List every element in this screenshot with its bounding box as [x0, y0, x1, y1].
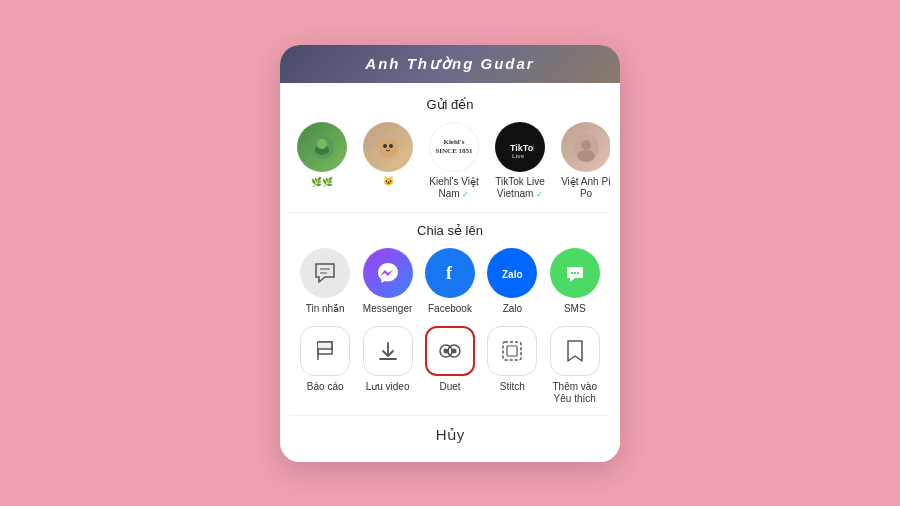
share-label-sms: SMS — [564, 303, 586, 314]
svg-rect-29 — [503, 342, 521, 360]
avatar — [363, 122, 413, 172]
share-item-message[interactable]: Tin nhắn — [299, 248, 351, 314]
share-row: Tin nhắn Messenger f Facebook Zalo — [290, 248, 610, 322]
svg-point-22 — [571, 271, 573, 273]
avatar: TikTokLive — [495, 122, 545, 172]
contact-name: 🌿🌿 — [311, 176, 333, 189]
contact-tiktok[interactable]: TikTokLive TikTok Live Vietnam ✓ — [492, 122, 548, 200]
contact-person[interactable]: Việt Anh Pí Po — [558, 122, 610, 200]
svg-text:Live: Live — [512, 153, 525, 159]
share-label-zalo: Zalo — [503, 303, 522, 314]
share-sheet: Gửi đến 🌿🌿 🐱 Kiehl'sSIN — [280, 83, 620, 462]
svg-point-24 — [577, 271, 579, 273]
share-item-sms[interactable]: SMS — [549, 248, 601, 314]
action-label-stitch: Stitch — [500, 381, 525, 393]
save-icon-box — [363, 326, 413, 376]
svg-point-23 — [574, 271, 576, 273]
svg-text:Zalo: Zalo — [502, 269, 523, 280]
svg-point-13 — [577, 150, 595, 162]
share-item-facebook[interactable]: f Facebook — [424, 248, 476, 314]
action-item-favorite[interactable]: Thêm vàoYêu thích — [549, 326, 601, 405]
svg-text:f: f — [446, 263, 453, 283]
svg-point-2 — [317, 139, 327, 149]
svg-text:TikTok: TikTok — [510, 143, 534, 153]
messenger-icon-circle — [363, 248, 413, 298]
contacts-row: 🌿🌿 🐱 Kiehl'sSINCE 1851 Kiehl's Việt Nam … — [290, 122, 610, 210]
share-label-facebook: Facebook — [428, 303, 472, 314]
action-label-favorite: Thêm vàoYêu thích — [553, 381, 597, 405]
action-label-save: Lưu video — [366, 381, 410, 393]
contact-name: Kiehl's Việt Nam ✓ — [426, 176, 482, 200]
sms-icon-circle — [550, 248, 600, 298]
report-icon-box — [300, 326, 350, 376]
action-label-duet: Duet — [439, 381, 460, 393]
zalo-icon-circle: Zalo — [487, 248, 537, 298]
avatar: Kiehl'sSINCE 1851 — [429, 122, 479, 172]
share-label-message: Tin nhắn — [306, 303, 345, 314]
share-section-title: Chia sẻ lên — [290, 223, 610, 238]
bookmark-icon-box — [550, 326, 600, 376]
message-icon-circle — [300, 248, 350, 298]
stitch-icon-box — [487, 326, 537, 376]
action-item-stitch[interactable]: Stitch — [486, 326, 538, 393]
section-divider — [290, 212, 610, 213]
svg-point-12 — [581, 140, 591, 150]
svg-point-27 — [443, 348, 448, 353]
contact-name: TikTok Live Vietnam ✓ — [492, 176, 548, 200]
actions-row: Báo cáo Lưu video Due — [290, 322, 610, 413]
avatar — [561, 122, 610, 172]
contact-item[interactable]: 🌿🌿 — [294, 122, 350, 200]
action-item-save[interactable]: Lưu video — [362, 326, 414, 393]
phone-container: Anh Thường Gudar Gửi đến 🌿🌿 🐱 — [280, 45, 620, 462]
svg-point-28 — [451, 348, 456, 353]
video-title: Anh Thường Gudar — [365, 55, 534, 73]
contact-name: Việt Anh Pí Po — [558, 176, 610, 200]
cancel-button[interactable]: Hủy — [290, 415, 610, 452]
avatar — [297, 122, 347, 172]
contact-name: 🐱 — [383, 176, 394, 187]
share-item-messenger[interactable]: Messenger — [362, 248, 414, 314]
contact-kiehl[interactable]: Kiehl'sSINCE 1851 Kiehl's Việt Nam ✓ — [426, 122, 482, 200]
svg-rect-30 — [507, 346, 517, 356]
action-item-report[interactable]: Báo cáo — [299, 326, 351, 393]
contact-item[interactable]: 🐱 — [360, 122, 416, 200]
facebook-icon-circle: f — [425, 248, 475, 298]
action-item-duet[interactable]: Duet — [424, 326, 476, 393]
share-item-zalo[interactable]: Zalo Zalo — [486, 248, 538, 314]
duet-icon-box — [425, 326, 475, 376]
action-label-report: Báo cáo — [307, 381, 344, 393]
share-label-messenger: Messenger — [363, 303, 412, 314]
send-section-title: Gửi đến — [290, 97, 610, 112]
video-preview: Anh Thường Gudar — [280, 45, 620, 83]
